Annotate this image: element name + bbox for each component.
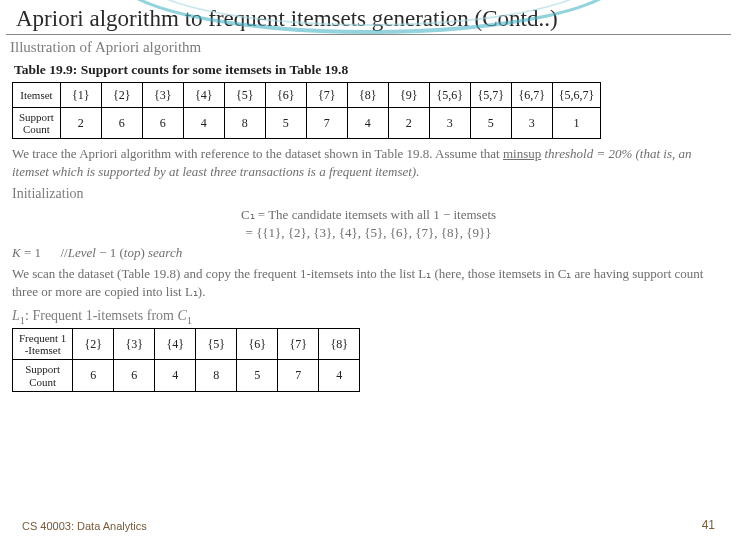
initialization-heading: Initialization (12, 186, 737, 202)
paragraph-trace: We trace the Apriori algorithm with refe… (12, 145, 725, 180)
cell: {8} (319, 329, 360, 360)
cell: 6 (114, 360, 155, 391)
cell: {4} (155, 329, 196, 360)
table-row: SupportCount 6 6 4 8 5 7 4 (13, 360, 360, 391)
cell: {8} (347, 83, 388, 108)
paragraph-scan: We scan the dataset (Table 19.8) and cop… (12, 265, 725, 300)
cell: {6} (237, 329, 278, 360)
cell: 4 (183, 108, 224, 139)
cell: 4 (319, 360, 360, 391)
cell: 5 (470, 108, 511, 139)
row-label-support-count: SupportCount (13, 360, 73, 391)
table-frequent-1-itemsets: Frequent 1-Itemset {2} {3} {4} {5} {6} {… (12, 328, 360, 391)
cell: {5} (224, 83, 265, 108)
row-label-itemset: Itemset (13, 83, 61, 108)
cell: {6} (265, 83, 306, 108)
table-support-counts: Itemset {1} {2} {3} {4} {5} {6} {7} {8} … (12, 82, 601, 139)
cell: {1} (60, 83, 101, 108)
cell: 3 (429, 108, 470, 139)
cell: 6 (101, 108, 142, 139)
table1-caption: Table 19.9: Support counts for some item… (14, 62, 737, 78)
table-row: SupportCount 2 6 6 4 8 5 7 4 2 3 5 3 1 (13, 108, 601, 139)
cell: {2} (101, 83, 142, 108)
cell: {4} (183, 83, 224, 108)
cell: 8 (224, 108, 265, 139)
c1-definition: C₁ = The candidate itemsets with all 1 −… (12, 206, 725, 241)
cell: {2} (73, 329, 114, 360)
cell: {5,6} (429, 83, 470, 108)
row-label-support-count: SupportCount (13, 108, 61, 139)
cell: 6 (142, 108, 183, 139)
k-line: K = 1 //Level − 1 (top) search (12, 245, 725, 261)
cell: 4 (155, 360, 196, 391)
cell: {5} (196, 329, 237, 360)
cell: 8 (196, 360, 237, 391)
cell: {7} (306, 83, 347, 108)
cell: {3} (114, 329, 155, 360)
cell: 7 (278, 360, 319, 391)
cell: {6,7} (511, 83, 552, 108)
cell: 4 (347, 108, 388, 139)
table-row: Itemset {1} {2} {3} {4} {5} {6} {7} {8} … (13, 83, 601, 108)
cell: 5 (265, 108, 306, 139)
cell: 5 (237, 360, 278, 391)
cell: {7} (278, 329, 319, 360)
row-label-frequent-itemset: Frequent 1-Itemset (13, 329, 73, 360)
cell: {3} (142, 83, 183, 108)
page-number: 41 (702, 518, 715, 532)
cell: 3 (511, 108, 552, 139)
cell: {5,7} (470, 83, 511, 108)
footer-course: CS 40003: Data Analytics (22, 520, 147, 532)
cell: 6 (73, 360, 114, 391)
cell: 2 (60, 108, 101, 139)
cell: {9} (388, 83, 429, 108)
cell: 1 (552, 108, 601, 139)
cell: 2 (388, 108, 429, 139)
illustration-heading: Illustration of Apriori algorithm (10, 39, 737, 56)
cell: 7 (306, 108, 347, 139)
table-row: Frequent 1-Itemset {2} {3} {4} {5} {6} {… (13, 329, 360, 360)
l1-heading: L1: Frequent 1-itemsets from C1 (12, 308, 737, 326)
cell: {5,6,7} (552, 83, 601, 108)
